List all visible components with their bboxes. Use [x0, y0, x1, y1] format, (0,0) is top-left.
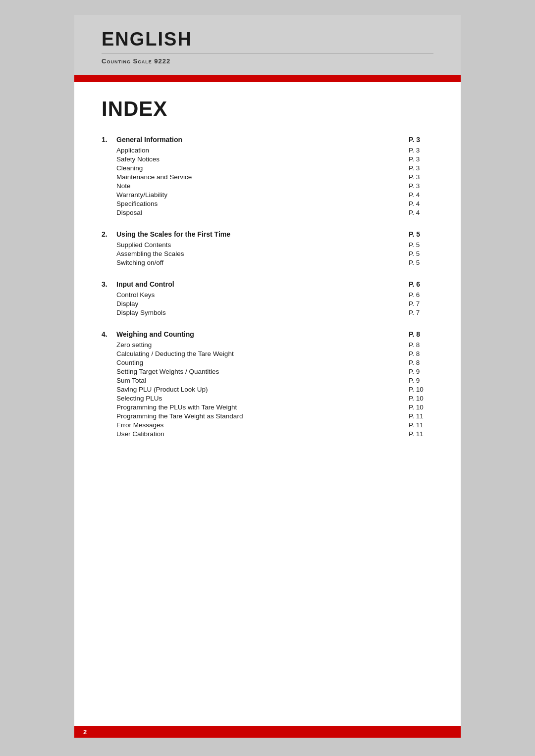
- list-item: NoteP. 3: [116, 182, 433, 190]
- sub-item-text: Display Symbols: [116, 309, 409, 316]
- sub-item-page: P. 10: [409, 395, 433, 402]
- section-number-2: 2.: [102, 230, 116, 238]
- section-title-4: Weighing and Counting: [116, 330, 409, 338]
- sub-item-page: P. 6: [409, 291, 433, 299]
- subtitle-row: Counting Scale 9222: [102, 53, 433, 65]
- list-item: Setting Target Weights / QuantitiesP. 9: [116, 368, 433, 375]
- sub-item-page: P. 4: [409, 191, 433, 199]
- sub-item-page: P. 4: [409, 200, 433, 207]
- sub-item-page: P. 11: [409, 421, 433, 429]
- section-number-1: 1.: [102, 136, 116, 144]
- list-item: Zero settingP. 8: [116, 341, 433, 349]
- list-item: ApplicationP. 3: [116, 147, 433, 154]
- sub-item-page: P. 11: [409, 430, 433, 438]
- section-page-1: P. 3: [409, 136, 433, 144]
- sub-item-text: Specifications: [116, 200, 409, 207]
- sub-item-text: Note: [116, 182, 409, 190]
- sub-item-page: P. 3: [409, 155, 433, 163]
- sub-item-text: Sum Total: [116, 377, 409, 384]
- sub-item-page: P. 10: [409, 386, 433, 393]
- list-item: Selecting PLUsP. 10: [116, 395, 433, 402]
- sub-item-text: Warranty/Liability: [116, 191, 409, 199]
- section-title-1: General Information: [116, 136, 409, 144]
- header-section: ENGLISH Counting Scale 9222: [74, 15, 461, 75]
- list-item: Sum TotalP. 9: [116, 377, 433, 384]
- section-title-3: Input and Control: [116, 280, 409, 288]
- list-item: Control KeysP. 6: [116, 291, 433, 299]
- sub-item-text: Error Messages: [116, 421, 409, 429]
- footer-page-number: 2: [83, 728, 87, 736]
- section-title-2: Using the Scales for the First Time: [116, 230, 409, 238]
- list-item: DisposalP. 4: [116, 209, 433, 216]
- list-item: Error MessagesP. 11: [116, 421, 433, 429]
- list-item: SpecificationsP. 4: [116, 200, 433, 207]
- content-area: INDEX 1.General InformationP. 3Applicati…: [74, 82, 461, 481]
- sub-item-page: P. 5: [409, 259, 433, 266]
- index-title: INDEX: [102, 97, 433, 121]
- section-page-3: P. 6: [409, 280, 433, 288]
- sub-item-text: Application: [116, 147, 409, 154]
- section-4: 4.Weighing and CountingP. 8Zero settingP…: [102, 330, 433, 438]
- sub-item-text: Programming the Tare Weight as Standard: [116, 412, 409, 420]
- list-item: Saving PLU (Product Look Up)P. 10: [116, 386, 433, 393]
- section-page-4: P. 8: [409, 330, 433, 338]
- sub-item-page: P. 3: [409, 147, 433, 154]
- list-item: Maintenance and ServiceP. 3: [116, 173, 433, 181]
- list-item: CountingP. 8: [116, 359, 433, 366]
- sub-item-text: Disposal: [116, 209, 409, 216]
- sub-item-text: Cleaning: [116, 164, 409, 172]
- sub-item-page: P. 10: [409, 403, 433, 411]
- sub-item-page: P. 8: [409, 341, 433, 349]
- language-title: ENGLISH: [102, 29, 433, 50]
- sub-item-text: Assembling the Scales: [116, 250, 409, 257]
- sub-item-text: Maintenance and Service: [116, 173, 409, 181]
- sub-item-page: P. 9: [409, 368, 433, 375]
- sub-item-text: Programming the PLUs with Tare Weight: [116, 403, 409, 411]
- list-item: Assembling the ScalesP. 5: [116, 250, 433, 257]
- list-item: CleaningP. 3: [116, 164, 433, 172]
- sub-item-text: Saving PLU (Product Look Up): [116, 386, 409, 393]
- list-item: Supplied ContentsP. 5: [116, 241, 433, 249]
- sub-item-text: Selecting PLUs: [116, 395, 409, 402]
- sub-item-text: Display: [116, 300, 409, 307]
- list-item: Switching on/offP. 5: [116, 259, 433, 266]
- sections-container: 1.General InformationP. 3ApplicationP. 3…: [102, 136, 433, 438]
- section-3: 3.Input and ControlP. 6Control KeysP. 6D…: [102, 280, 433, 316]
- section-number-4: 4.: [102, 330, 116, 338]
- list-item: User CalibrationP. 11: [116, 430, 433, 438]
- sub-item-text: Calculating / Deducting the Tare Weight: [116, 350, 409, 357]
- section-header-4: 4.Weighing and CountingP. 8: [102, 330, 433, 338]
- sub-item-text: Control Keys: [116, 291, 409, 299]
- page: ENGLISH Counting Scale 9222 INDEX 1.Gene…: [74, 15, 461, 738]
- section-page-2: P. 5: [409, 230, 433, 238]
- sub-item-page: P. 5: [409, 241, 433, 249]
- list-item: Programming the PLUs with Tare WeightP. …: [116, 403, 433, 411]
- sub-item-page: P. 9: [409, 377, 433, 384]
- sub-item-page: P. 5: [409, 250, 433, 257]
- sub-item-page: P. 3: [409, 182, 433, 190]
- list-item: Programming the Tare Weight as StandardP…: [116, 412, 433, 420]
- footer-bar: 2: [74, 726, 461, 738]
- sub-item-page: P. 11: [409, 412, 433, 420]
- section-header-3: 3.Input and ControlP. 6: [102, 280, 433, 288]
- subtitle-text: Counting Scale 9222: [102, 57, 170, 65]
- section-1: 1.General InformationP. 3ApplicationP. 3…: [102, 136, 433, 216]
- top-red-bar: [74, 75, 461, 82]
- sub-item-text: User Calibration: [116, 430, 409, 438]
- sub-item-text: Safety Notices: [116, 155, 409, 163]
- sub-item-page: P. 3: [409, 173, 433, 181]
- sub-item-text: Supplied Contents: [116, 241, 409, 249]
- sub-item-page: P. 7: [409, 300, 433, 307]
- sub-item-page: P. 8: [409, 350, 433, 357]
- section-number-3: 3.: [102, 280, 116, 288]
- list-item: Warranty/LiabilityP. 4: [116, 191, 433, 199]
- sub-item-page: P. 8: [409, 359, 433, 366]
- sub-item-page: P. 4: [409, 209, 433, 216]
- list-item: DisplayP. 7: [116, 300, 433, 307]
- list-item: Display SymbolsP. 7: [116, 309, 433, 316]
- section-2: 2.Using the Scales for the First TimeP. …: [102, 230, 433, 266]
- sub-item-page: P. 7: [409, 309, 433, 316]
- section-header-1: 1.General InformationP. 3: [102, 136, 433, 144]
- list-item: Safety NoticesP. 3: [116, 155, 433, 163]
- sub-item-text: Switching on/off: [116, 259, 409, 266]
